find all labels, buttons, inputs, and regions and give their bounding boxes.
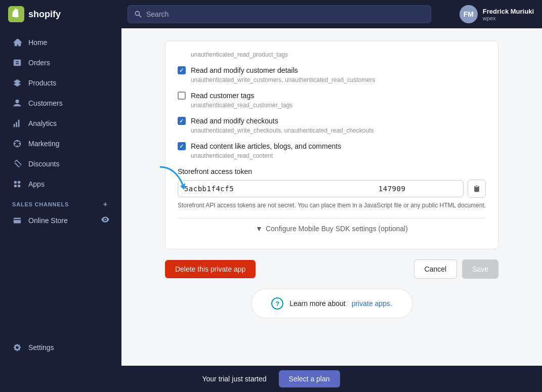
sidebar-item-settings[interactable]: Settings <box>4 338 117 357</box>
token-hint: Storefront API access tokens are not sec… <box>178 201 486 210</box>
topbar: shopify FM Fredrick Muriuki wpex <box>0 0 542 28</box>
sidebar-item-apps[interactable]: Apps <box>4 175 117 194</box>
online-store-visibility-icon[interactable] <box>101 215 109 226</box>
search-input[interactable] <box>146 10 425 18</box>
card-wrapper: unauthenticated_read_product_tags Read a… <box>165 40 498 249</box>
customers-icon <box>12 98 22 108</box>
settings-icon <box>12 342 22 353</box>
sidebar-item-customers[interactable]: Customers <box>4 94 117 113</box>
sidebar-item-orders-label: Orders <box>28 59 50 67</box>
sidebar-item-online-store[interactable]: Online Store <box>4 211 117 230</box>
sidebar-item-apps-label: Apps <box>28 180 45 188</box>
permissions-card: unauthenticated_read_product_tags Read a… <box>165 40 498 249</box>
select-plan-button[interactable]: Select a plan <box>279 370 340 387</box>
products-icon <box>12 78 22 88</box>
permission-top-3: Read content like articles, blogs, and c… <box>178 142 486 150</box>
permission-label-2: Read and modify checkouts <box>191 117 278 125</box>
permission-sub-2: unauthenticated_write_checkouts, unauthe… <box>191 127 486 134</box>
sidebar-item-discounts[interactable]: Discounts <box>4 154 117 173</box>
permission-row-2: Read and modify checkouts unauthenticate… <box>178 117 486 134</box>
content-area: unauthenticated_read_product_tags Read a… <box>121 28 542 366</box>
learn-more-link[interactable]: private apps. <box>352 299 392 308</box>
orders-icon <box>12 58 22 68</box>
permission-row-0: Read and modify customer details unauthe… <box>178 66 486 83</box>
discounts-icon <box>12 159 22 169</box>
permission-row-1: Read customer tags unauthenticated_read_… <box>178 92 486 109</box>
user-info: Fredrick Muriuki wpex <box>483 8 534 21</box>
permission-top-1: Read customer tags <box>178 92 486 100</box>
logo-text: shopify <box>28 9 61 20</box>
user-area: FM Fredrick Muriuki wpex <box>460 5 534 23</box>
search-icon <box>134 10 142 18</box>
token-label: Storefront access token <box>178 167 486 176</box>
online-store-icon <box>12 215 22 226</box>
permission-checkbox-2[interactable] <box>178 117 186 125</box>
token-section: Storefront access token Storefront API a… <box>178 167 486 210</box>
permission-checkbox-0[interactable] <box>178 66 186 74</box>
logo-area: shopify <box>8 6 119 22</box>
marketing-icon <box>12 139 22 149</box>
permission-checkbox-1[interactable] <box>178 92 186 100</box>
sales-channels-label: SALES CHANNELS <box>12 201 69 207</box>
sidebar-item-home[interactable]: Home <box>4 33 117 52</box>
sidebar-item-analytics-label: Analytics <box>28 119 57 127</box>
delete-button[interactable]: Delete this private app <box>165 260 256 278</box>
sidebar-item-products[interactable]: Products <box>4 73 117 93</box>
learn-more-text: Learn more about <box>289 299 346 308</box>
sidebar-item-products-label: Products <box>28 79 56 87</box>
permission-row-top-sub: unauthenticated_read_product_tags <box>178 51 486 58</box>
permission-sub-0: unauthenticated_write_customers, unauthe… <box>191 76 486 83</box>
permission-sub-1: unauthenticated_read_customer_tags <box>191 102 486 109</box>
sidebar-item-orders[interactable]: Orders <box>4 53 117 72</box>
sidebar-item-marketing-label: Marketing <box>28 140 59 148</box>
home-icon <box>12 37 22 48</box>
sidebar: Home Orders Products Customers Analytics <box>0 28 121 366</box>
sidebar-item-marketing[interactable]: Marketing <box>4 134 117 153</box>
settings-label: Settings <box>28 343 54 352</box>
sidebar-bottom: Settings <box>0 337 121 362</box>
add-channel-button[interactable] <box>101 200 109 208</box>
avatar: FM <box>460 5 478 23</box>
permission-checkbox-3[interactable] <box>178 142 186 150</box>
save-button[interactable]: Save <box>462 259 498 279</box>
token-input-wrapper <box>178 180 486 198</box>
cancel-button[interactable]: Cancel <box>414 259 457 279</box>
permission-sub-3: unauthenticated_read_content <box>191 152 486 159</box>
token-input[interactable] <box>178 180 464 197</box>
shopify-logo-icon <box>8 6 24 22</box>
actions-row: Delete this private app Cancel Save <box>165 259 498 279</box>
analytics-icon <box>12 118 22 128</box>
copy-token-button[interactable] <box>468 180 486 198</box>
main-layout: Home Orders Products Customers Analytics <box>0 28 542 366</box>
sales-channels-header: SALES CHANNELS <box>4 194 117 210</box>
trial-bar: Your trial just started Select a plan <box>0 366 542 392</box>
permission-top-2: Read and modify checkouts <box>178 117 486 125</box>
online-store-left: Online Store <box>12 215 68 226</box>
online-store-label: Online Store <box>28 216 68 225</box>
search-bar[interactable] <box>128 5 431 23</box>
configure-link[interactable]: ▼ Configure Mobile Buy SDK settings (opt… <box>178 218 486 239</box>
permission-row-3: Read content like articles, blogs, and c… <box>178 142 486 159</box>
content-inner: unauthenticated_read_product_tags Read a… <box>153 28 511 366</box>
help-icon: ? <box>271 297 283 310</box>
trial-text: Your trial just started <box>202 375 266 383</box>
sidebar-item-analytics[interactable]: Analytics <box>4 114 117 133</box>
permission-top-0: Read and modify customer details <box>178 66 486 74</box>
sidebar-item-customers-label: Customers <box>28 99 63 107</box>
sidebar-item-discounts-label: Discounts <box>28 160 59 168</box>
user-store: wpex <box>483 15 534 21</box>
permission-label-1: Read customer tags <box>191 92 254 100</box>
sidebar-item-home-label: Home <box>28 38 47 47</box>
permission-label-3: Read content like articles, blogs, and c… <box>191 142 341 150</box>
learn-more-card: ? Learn more about private apps. <box>251 289 413 318</box>
configure-link-chevron: ▼ <box>256 225 263 233</box>
permission-top-sub: unauthenticated_read_product_tags <box>191 51 486 58</box>
right-actions: Cancel Save <box>414 259 499 279</box>
user-name: Fredrick Muriuki <box>483 8 534 15</box>
configure-link-text: Configure Mobile Buy SDK settings (optio… <box>266 225 408 233</box>
apps-icon <box>12 179 22 189</box>
permission-label-0: Read and modify customer details <box>191 66 298 74</box>
